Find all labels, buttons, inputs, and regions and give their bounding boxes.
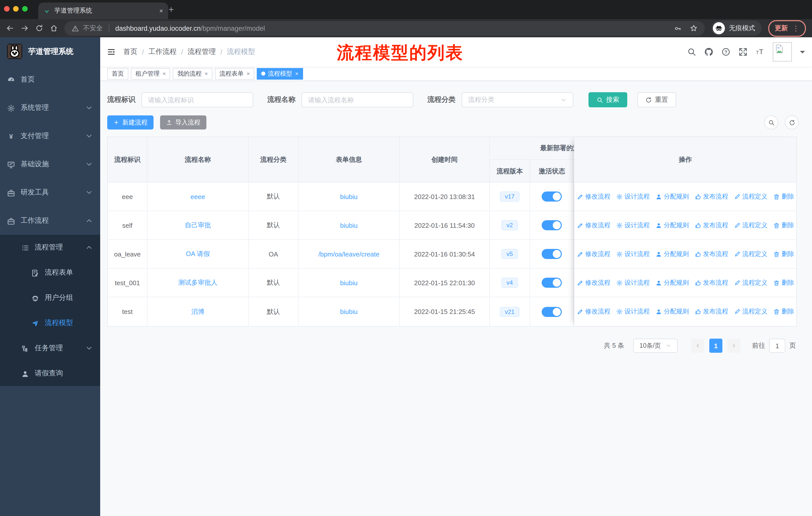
- process-name-link[interactable]: 测试多审批人: [178, 278, 218, 287]
- form-info-link[interactable]: biubiu: [340, 221, 357, 229]
- sidebar-item[interactable]: 系统管理: [0, 94, 100, 122]
- form-info-link[interactable]: biubiu: [340, 193, 357, 200]
- process-name-link[interactable]: 自己审批: [185, 221, 211, 230]
- edit-action[interactable]: 修改流程: [577, 278, 610, 287]
- reset-button[interactable]: 重置: [637, 92, 676, 107]
- assign-action[interactable]: 分配规则: [655, 250, 689, 258]
- refresh-table-button[interactable]: [785, 115, 799, 130]
- publish-action[interactable]: 发布流程: [694, 278, 728, 287]
- home-icon[interactable]: [50, 24, 58, 32]
- browser-update-button[interactable]: 更新 ⋮: [768, 20, 806, 36]
- fontsize-icon[interactable]: [756, 47, 765, 56]
- design-action[interactable]: 设计流程: [616, 250, 650, 258]
- github-icon[interactable]: [704, 47, 713, 56]
- tag-close-icon[interactable]: ×: [205, 71, 208, 77]
- edit-action[interactable]: 修改流程: [577, 192, 610, 201]
- search-icon[interactable]: [687, 47, 696, 56]
- trash-action[interactable]: 删除: [773, 192, 794, 201]
- trash-action[interactable]: 删除: [773, 278, 794, 287]
- import-process-button[interactable]: 导入流程: [160, 115, 206, 130]
- active-toggle[interactable]: [542, 220, 562, 230]
- publish-action[interactable]: 发布流程: [694, 221, 728, 229]
- next-page-button[interactable]: [727, 338, 741, 353]
- sidebar-item[interactable]: 用户分组: [0, 285, 100, 310]
- page-tag[interactable]: 租户管理×: [131, 68, 170, 79]
- browser-tab[interactable]: 芋道管理系统 ×: [38, 2, 168, 19]
- active-toggle[interactable]: [542, 191, 562, 201]
- page-tag[interactable]: 我的流程×: [173, 68, 212, 79]
- filter-input[interactable]: [301, 92, 413, 107]
- process-name-link[interactable]: eeee: [191, 193, 205, 200]
- filter-input[interactable]: [141, 92, 253, 107]
- sidebar-item[interactable]: 任务管理: [0, 335, 100, 361]
- pen-action[interactable]: 流程定义: [734, 278, 767, 287]
- pen-action[interactable]: 流程定义: [734, 250, 767, 258]
- page-tag[interactable]: 首页: [107, 68, 128, 79]
- zoom-window-button[interactable]: [22, 6, 28, 11]
- edit-action[interactable]: 修改流程: [577, 221, 610, 229]
- assign-action[interactable]: 分配规则: [655, 278, 689, 287]
- sidebar-item[interactable]: 请假查询: [0, 361, 100, 386]
- design-action[interactable]: 设计流程: [616, 307, 650, 316]
- page-size-select[interactable]: 10条/页: [633, 338, 677, 353]
- sidebar-item[interactable]: 研发工具: [0, 179, 100, 207]
- active-toggle[interactable]: [542, 278, 562, 288]
- pen-action[interactable]: 流程定义: [734, 307, 767, 316]
- form-info-link[interactable]: biubiu: [340, 308, 357, 316]
- page-tag-active[interactable]: 流程模型×: [257, 68, 303, 79]
- process-name-link[interactable]: 滔博: [191, 307, 204, 316]
- minimize-window-button[interactable]: [13, 6, 19, 11]
- assign-action[interactable]: 分配规则: [655, 307, 689, 316]
- sidebar-item[interactable]: 流程管理: [0, 235, 100, 260]
- pen-action[interactable]: 流程定义: [734, 192, 767, 201]
- filter-select[interactable]: 流程分类: [462, 92, 573, 107]
- active-toggle[interactable]: [542, 249, 562, 259]
- process-name-link[interactable]: OA 请假: [186, 249, 210, 259]
- tag-close-icon[interactable]: ×: [295, 71, 298, 77]
- question-icon[interactable]: [721, 47, 730, 56]
- goto-page-input[interactable]: [769, 338, 785, 353]
- caret-down-icon[interactable]: [800, 51, 805, 56]
- prev-page-button[interactable]: [691, 338, 704, 353]
- tag-close-icon[interactable]: ×: [163, 71, 166, 77]
- edit-action[interactable]: 修改流程: [577, 250, 610, 258]
- user-avatar[interactable]: [773, 42, 792, 61]
- assign-action[interactable]: 分配规则: [655, 221, 689, 229]
- sidebar-item[interactable]: 支付管理: [0, 122, 100, 150]
- address-bar[interactable]: 不安全 dashboard.yudao.iocoder.cn/bpm/manag…: [64, 21, 705, 35]
- page-tag[interactable]: 流程表单×: [215, 68, 255, 79]
- fullscreen-icon[interactable]: [738, 47, 748, 56]
- design-action[interactable]: 设计流程: [616, 221, 650, 229]
- publish-action[interactable]: 发布流程: [694, 192, 728, 201]
- key-icon[interactable]: [674, 24, 682, 32]
- sidebar-item[interactable]: 工作流程: [0, 207, 100, 235]
- design-action[interactable]: 设计流程: [616, 192, 650, 201]
- star-icon[interactable]: [690, 24, 698, 32]
- sidebar-item[interactable]: 流程表单: [0, 260, 100, 285]
- new-tab-button[interactable]: +: [165, 3, 177, 16]
- sidebar-item-active[interactable]: 流程模型: [0, 310, 100, 335]
- back-icon[interactable]: [6, 24, 14, 32]
- design-action[interactable]: 设计流程: [616, 278, 650, 287]
- breadcrumb-item[interactable]: 工作流程: [148, 47, 177, 56]
- trash-action[interactable]: 删除: [773, 221, 794, 229]
- breadcrumb-item[interactable]: 流程管理: [188, 47, 216, 56]
- tab-close-icon[interactable]: ×: [159, 7, 163, 15]
- toggle-search-button[interactable]: [764, 115, 778, 130]
- edit-action[interactable]: 修改流程: [577, 307, 610, 316]
- active-toggle[interactable]: [542, 307, 562, 317]
- form-info-link[interactable]: /bpm/oa/leave/create: [318, 250, 380, 258]
- create-process-button[interactable]: 新建流程: [107, 115, 153, 130]
- browser-menu-icon[interactable]: ⋮: [792, 24, 800, 32]
- breadcrumb-item[interactable]: 首页: [123, 47, 138, 56]
- assign-action[interactable]: 分配规则: [655, 192, 689, 201]
- publish-action[interactable]: 发布流程: [694, 250, 728, 258]
- trash-action[interactable]: 删除: [773, 307, 794, 316]
- tag-close-icon[interactable]: ×: [247, 71, 250, 77]
- publish-action[interactable]: 发布流程: [694, 307, 728, 316]
- close-window-button[interactable]: [4, 6, 9, 11]
- pen-action[interactable]: 流程定义: [734, 221, 767, 229]
- page-number-button[interactable]: 1: [709, 338, 722, 353]
- trash-action[interactable]: 删除: [773, 250, 794, 258]
- reload-icon[interactable]: [35, 24, 43, 32]
